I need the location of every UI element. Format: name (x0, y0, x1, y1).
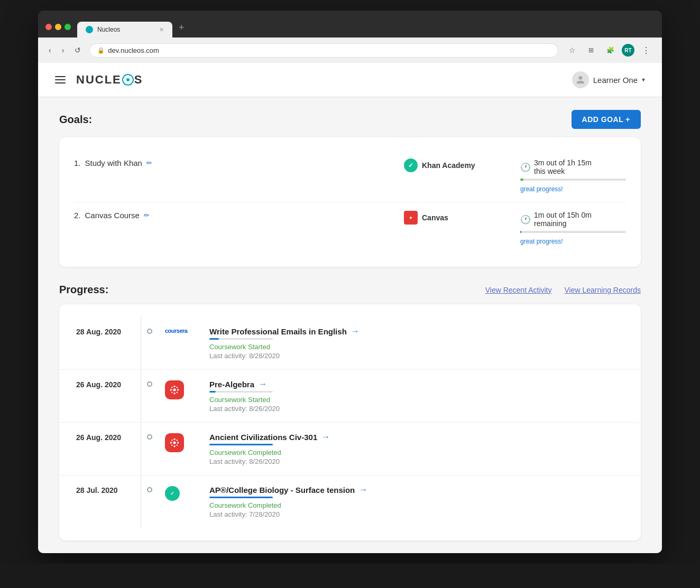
course-status-1: Coursework Started (209, 343, 624, 351)
goal-2-time-label: 1m out of 15h 0m (534, 211, 592, 219)
goal-1-progress-fill (520, 179, 523, 181)
progress-details-2: Pre-Algebra → Coursework Started Last ac… (209, 379, 624, 413)
tab-favicon (86, 26, 93, 33)
logo-text-after: S (134, 73, 143, 87)
logo: NUCLE S (76, 73, 143, 87)
browser-titlebar: Nucleos ✕ + (38, 11, 662, 38)
canvas-logo-icon (165, 380, 184, 399)
khan-logo-icon: ✓ (165, 486, 180, 501)
topnav-left: NUCLE S (55, 73, 143, 87)
puzzle-icon[interactable]: 🧩 (603, 43, 618, 58)
logo-circle-icon (122, 74, 134, 86)
progress-date-2: 26 Aug. 2020 (76, 379, 134, 389)
extensions-icon[interactable]: ⊞ (584, 43, 598, 58)
profile-circle[interactable]: RT (622, 44, 634, 57)
app-topnav: NUCLE S Learner One ▾ (38, 63, 662, 97)
course-arrow-1[interactable]: → (351, 326, 360, 336)
course-progress-fill-2 (209, 391, 216, 393)
goals-section-header: Goals: ADD GOAL + (59, 110, 641, 129)
platform-logo-3 (165, 432, 197, 452)
khan-academy-icon: ✓ (404, 158, 418, 172)
course-title-3: Ancient Civilizations Civ-301 (209, 433, 317, 442)
svg-point-1 (173, 386, 175, 387)
goal-2-time: 🕐 1m out of 15h 0m remaining (520, 211, 626, 228)
canvas-icon: ● (404, 211, 418, 225)
forward-button[interactable]: › (60, 45, 67, 55)
goal-2-label: Canvas Course (85, 211, 140, 220)
bookmark-icon[interactable]: ☆ (565, 43, 579, 58)
address-bar[interactable]: 🔒 dev.nucleos.com (89, 43, 558, 58)
progress-card: 28 Aug. 2020 coursera Write Professional… (59, 304, 641, 540)
dot-yellow[interactable] (55, 24, 61, 30)
user-menu[interactable]: Learner One ▾ (572, 71, 645, 88)
back-button[interactable]: ‹ (47, 45, 53, 55)
active-tab[interactable]: Nucleos ✕ (77, 22, 172, 38)
add-goal-button[interactable]: ADD GOAL + (572, 110, 641, 129)
coursera-logo-icon: coursera (165, 328, 187, 334)
svg-point-3 (170, 389, 172, 390)
course-status-2: Coursework Started (209, 396, 624, 404)
course-title-1: Write Professional Emails in English (209, 327, 347, 336)
progress-section-header: Progress: View Recent Activity View Lear… (59, 284, 641, 296)
svg-point-4 (177, 389, 179, 390)
goals-card: 1. Study with Khan ✏ ✓ Khan Academy 🕐 3m… (59, 137, 641, 267)
goal-2-number: 2. (74, 211, 81, 220)
progress-item: 26 Aug. 2020 (59, 422, 641, 475)
goal-2-edit-icon[interactable]: ✏ (144, 211, 150, 219)
main-content: Goals: ADD GOAL + 1. Study with Khan ✏ ✓… (38, 97, 662, 553)
timeline-line (141, 370, 141, 422)
tab-close-icon[interactable]: ✕ (159, 26, 164, 33)
course-progress-track-2 (209, 391, 273, 393)
hamburger-menu[interactable] (55, 76, 66, 83)
svg-point-15 (177, 440, 178, 441)
course-progress-track-3 (209, 444, 273, 445)
course-last-activity-4: Last activity: 7/28/2020 (209, 510, 624, 518)
course-arrow-4[interactable]: → (359, 485, 367, 494)
course-last-activity-3: Last activity: 8/26/2020 (209, 458, 624, 465)
platform-logo-2 (165, 379, 197, 399)
progress-date-4: 28 Jul. 2020 (76, 485, 134, 494)
svg-point-12 (170, 442, 172, 443)
course-title-2: Pre-Algebra (209, 380, 254, 389)
goal-1-name: 1. Study with Khan ✏ (74, 158, 404, 167)
user-name: Learner One (593, 76, 638, 85)
goal-1-edit-icon[interactable]: ✏ (146, 159, 152, 167)
user-avatar (572, 71, 589, 88)
goal-1-time-sub: this week (534, 167, 592, 175)
browser-addressbar: ‹ › ↺ 🔒 dev.nucleos.com ☆ ⊞ 🧩 RT ⋮ (38, 38, 662, 63)
course-arrow-3[interactable]: → (321, 432, 330, 442)
goal-2-platform-name: Canvas (422, 213, 448, 222)
course-status-4: Coursework Completed (209, 501, 624, 509)
progress-item: 28 Aug. 2020 coursera Write Professional… (59, 317, 641, 369)
course-arrow-2[interactable]: → (259, 379, 267, 389)
progress-date-3: 26 Aug. 2020 (76, 432, 134, 442)
menu-icon[interactable]: ⋮ (639, 43, 653, 58)
course-progress-fill-3 (209, 444, 273, 445)
goal-1-progress: 🕐 3m out of 1h 15m this week great progr… (520, 158, 626, 193)
view-recent-activity-link[interactable]: View Recent Activity (485, 286, 552, 294)
svg-point-6 (177, 387, 178, 388)
dot-red[interactable] (45, 24, 52, 30)
goal-2-progress-track (520, 231, 626, 233)
browser-window: Nucleos ✕ + ‹ › ↺ 🔒 dev.nucleos.com ☆ ⊞ … (38, 11, 662, 553)
new-tab-button[interactable]: + (174, 18, 189, 38)
view-learning-records-link[interactable]: View Learning Records (565, 286, 641, 294)
clock-icon: 🕐 (520, 162, 531, 172)
course-last-activity-2: Last activity: 8/26/2020 (209, 405, 624, 413)
goals-title: Goals: (59, 114, 92, 126)
svg-point-16 (171, 445, 173, 446)
course-progress-fill-4 (209, 497, 273, 498)
reload-button[interactable]: ↺ (72, 45, 83, 55)
browser-dots (45, 24, 71, 30)
logo-text-before: NUCLE (76, 73, 122, 87)
canvas-logo-icon-2 (165, 433, 184, 452)
goal-2-platform: ● Canvas (404, 211, 520, 225)
progress-details-1: Write Professional Emails in English → C… (209, 326, 624, 360)
goal-2-progress: 🕐 1m out of 15h 0m remaining great progr… (520, 211, 626, 246)
dot-green[interactable] (65, 24, 71, 30)
course-progress-track-4 (209, 497, 273, 498)
timeline-dot-1 (147, 329, 152, 334)
progress-details-3: Ancient Civilizations Civ-301 → Coursewo… (209, 432, 624, 465)
tab-title: Nucleos (97, 26, 155, 33)
svg-point-0 (173, 389, 176, 391)
